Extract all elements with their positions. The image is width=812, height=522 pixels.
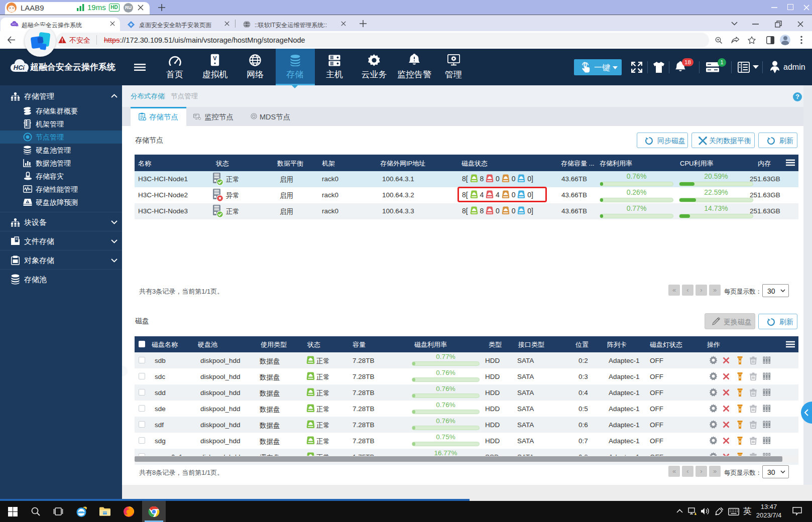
svg-text:HCi: HCi [14, 64, 25, 71]
svg-text:V: V [213, 55, 217, 61]
svg-text:HCi: HCi [12, 23, 17, 26]
